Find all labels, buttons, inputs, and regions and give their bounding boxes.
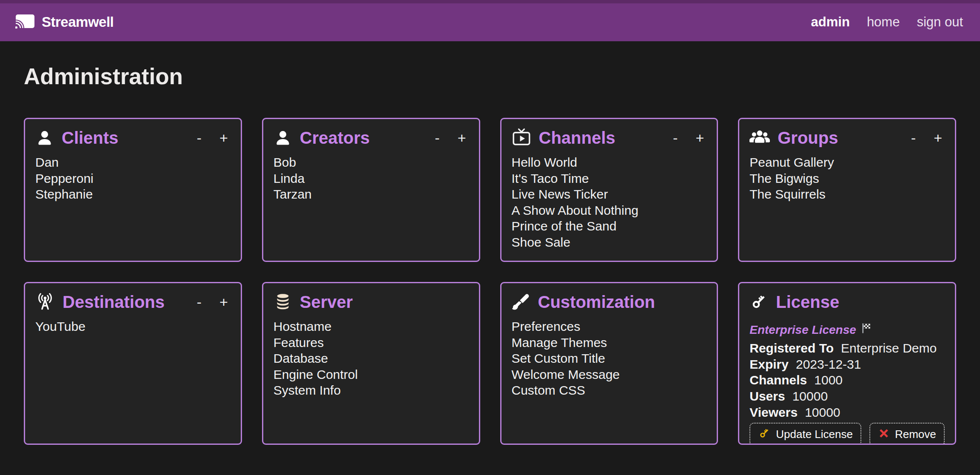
list-item[interactable]: Welcome Message <box>512 367 707 383</box>
list-item[interactable]: Bob <box>273 154 469 171</box>
creators-card-header: Creators - + <box>273 127 469 149</box>
list-item[interactable]: Manage Themes <box>512 335 707 351</box>
list-item[interactable]: Peanut Gallery <box>749 154 945 171</box>
live-tv-icon <box>512 128 531 148</box>
list-item[interactable]: Shoe Sale <box>512 234 707 250</box>
cast-icon <box>15 14 35 30</box>
license-actions: Update License Remove <box>749 423 945 445</box>
server-card-header: Server <box>273 291 469 313</box>
creators-card: Creators - + Bob Linda Tarzan <box>262 118 480 262</box>
remove-channel-button[interactable]: - <box>673 131 678 145</box>
license-row: Channels1000 <box>749 372 945 388</box>
channels-card-header: Channels - + <box>512 127 707 149</box>
list-item[interactable]: Engine Control <box>273 367 469 383</box>
brand-name: Streamwell <box>42 14 114 30</box>
list-item[interactable]: The Squirrels <box>749 186 945 202</box>
key-gold-icon <box>758 427 771 442</box>
nav-home[interactable]: home <box>867 14 900 30</box>
creators-list: Bob Linda Tarzan <box>273 154 469 202</box>
groups-card: Groups - + Peanut Gallery The Bigwigs Th… <box>738 118 956 262</box>
license-edition-label: Enterprise License <box>749 323 856 337</box>
brand[interactable]: Streamwell <box>15 14 114 30</box>
person-icon <box>35 128 54 147</box>
list-item[interactable]: Custom CSS <box>512 382 707 398</box>
list-item[interactable]: Set Custom Title <box>512 350 707 367</box>
list-item[interactable]: Database <box>273 350 469 367</box>
license-row: Viewers10000 <box>749 404 945 421</box>
list-item[interactable]: Prince of the Sand <box>512 218 707 234</box>
add-group-button[interactable]: + <box>934 131 942 145</box>
creators-controls: - + <box>435 131 468 145</box>
list-item[interactable]: Hostname <box>273 319 469 335</box>
database-icon <box>273 293 292 311</box>
list-item[interactable]: The Bigwigs <box>749 171 945 187</box>
license-card-header: License <box>749 291 945 313</box>
customization-card-title: Customization <box>538 293 655 311</box>
destinations-card-title: Destinations <box>63 293 165 311</box>
top-nav: admin home sign out <box>811 14 963 30</box>
server-card: Server Hostname Features Database Engine… <box>262 282 480 445</box>
list-item[interactable]: System Info <box>273 382 469 398</box>
update-license-button[interactable]: Update License <box>749 423 861 445</box>
list-item[interactable]: Hello World <box>512 154 707 171</box>
remove-client-button[interactable]: - <box>197 131 202 145</box>
group-icon <box>749 128 770 147</box>
license-row: Registered ToEnterprise Demo <box>749 340 945 356</box>
list-item[interactable]: Preferences <box>512 319 707 335</box>
license-row-value: 10000 <box>805 405 840 419</box>
list-item[interactable]: Tarzan <box>273 186 469 202</box>
list-item[interactable]: Live News Ticker <box>512 186 707 202</box>
list-item[interactable]: It's Taco Time <box>512 171 707 187</box>
clients-controls: - + <box>197 131 231 145</box>
server-list: Hostname Features Database Engine Contro… <box>273 319 469 398</box>
license-card-title: License <box>776 293 839 311</box>
destinations-controls: - + <box>197 295 231 309</box>
remove-license-button[interactable]: Remove <box>869 423 945 445</box>
remove-creator-button[interactable]: - <box>435 131 439 145</box>
antenna-icon <box>35 292 55 312</box>
list-item[interactable]: YouTube <box>35 319 231 335</box>
add-destination-button[interactable]: + <box>219 295 228 309</box>
remove-group-button[interactable]: - <box>911 131 916 145</box>
clients-card-header: Clients - + <box>35 127 231 149</box>
add-creator-button[interactable]: + <box>458 131 466 145</box>
license-edition: Enterprise License <box>749 322 945 337</box>
license-card: License Enterprise License <box>738 282 956 445</box>
nav-sign-out[interactable]: sign out <box>917 14 963 30</box>
list-item[interactable]: Linda <box>273 171 469 187</box>
admin-card-grid: Clients - + Dan Pepperoni Stephanie Crea… <box>24 118 956 445</box>
list-item[interactable]: Features <box>273 335 469 351</box>
channels-card-title: Channels <box>539 128 615 147</box>
license-row-label: Channels <box>749 373 807 387</box>
remove-destination-button[interactable]: - <box>197 295 202 309</box>
clients-card-title: Clients <box>62 128 118 147</box>
list-item[interactable]: Pepperoni <box>35 171 231 187</box>
add-channel-button[interactable]: + <box>695 131 704 145</box>
groups-list: Peanut Gallery The Bigwigs The Squirrels <box>749 154 945 202</box>
channels-card: Channels - + Hello World It's Taco Time … <box>500 118 718 262</box>
list-item[interactable]: A Show About Nothing <box>512 202 707 219</box>
customization-list: Preferences Manage Themes Set Custom Tit… <box>512 319 707 398</box>
list-item[interactable]: Dan <box>35 154 231 171</box>
license-row-value: 1000 <box>814 373 843 387</box>
page-title: Administration <box>24 63 956 89</box>
server-card-title: Server <box>300 293 353 311</box>
license-row-label: Viewers <box>749 405 798 419</box>
license-row-label: Registered To <box>749 341 834 355</box>
remove-license-label: Remove <box>895 428 936 441</box>
checkered-flag-icon <box>860 322 872 337</box>
add-client-button[interactable]: + <box>219 131 228 145</box>
license-row-value: Enterprise Demo <box>841 341 937 355</box>
clients-list: Dan Pepperoni Stephanie <box>35 154 231 202</box>
groups-card-header: Groups - + <box>749 127 945 149</box>
destinations-card: Destinations - + YouTube <box>24 282 242 445</box>
list-item[interactable]: Stephanie <box>35 186 231 202</box>
update-license-label: Update License <box>776 428 853 441</box>
app-header: Streamwell admin home sign out <box>0 0 980 41</box>
clients-card: Clients - + Dan Pepperoni Stephanie <box>24 118 242 262</box>
nav-admin[interactable]: admin <box>811 14 850 30</box>
customization-card-header: Customization <box>512 291 707 313</box>
groups-controls: - + <box>911 131 945 145</box>
person-icon <box>273 128 292 147</box>
license-details: Registered ToEnterprise Demo Expiry2023-… <box>749 340 945 421</box>
